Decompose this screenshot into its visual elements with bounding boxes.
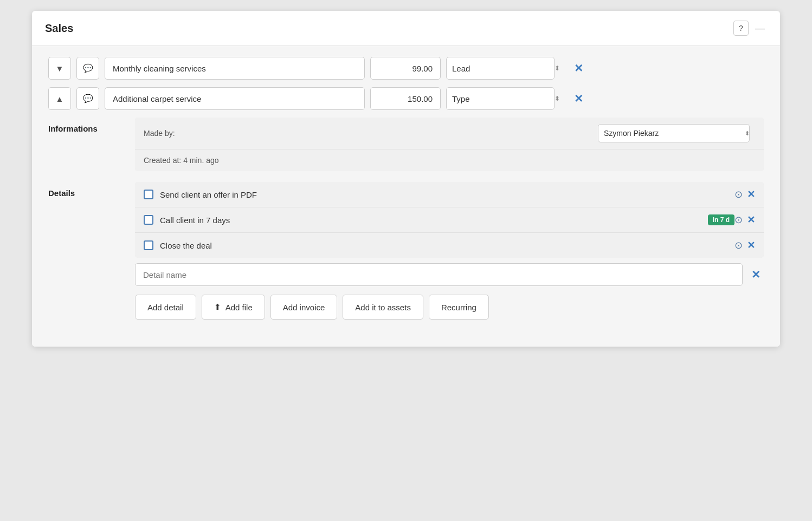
detail-input-close[interactable]: ✕ — [748, 266, 764, 283]
item-type-wrapper-1: Lead Type Other — [446, 57, 565, 80]
detail-item-1: Send client an offer in PDF ⊙ ✕ — [135, 182, 764, 207]
collapse-button-1[interactable]: ▼ — [48, 57, 71, 80]
detail-checkbox-3[interactable] — [144, 240, 153, 250]
detail-item-3: Close the deal ⊙ ✕ — [135, 233, 764, 258]
sales-window: Sales ? — ▼ 💬 Lead Type Other — [32, 11, 780, 347]
detail-text-2: Call client in 7 days — [160, 216, 701, 225]
item-amount-input-2[interactable] — [370, 87, 441, 110]
window-title: Sales — [45, 22, 73, 35]
made-by-wrapper: Szymon Piekarz — [598, 124, 755, 142]
recurring-button[interactable]: Recurring — [429, 295, 489, 320]
detail-remove-3[interactable]: ✕ — [747, 239, 755, 251]
made-by-select[interactable]: Szymon Piekarz — [598, 124, 750, 142]
chevron-down-icon: ▼ — [56, 64, 64, 73]
remove-item-1[interactable]: ✕ — [571, 60, 587, 77]
title-bar-actions: ? — — [733, 21, 767, 36]
detail-remove-1[interactable]: ✕ — [747, 188, 755, 200]
add-detail-button[interactable]: Add detail — [135, 295, 196, 320]
detail-text-3: Close the deal — [160, 241, 734, 250]
chevron-up-icon: ▲ — [56, 94, 64, 103]
detail-remove-2[interactable]: ✕ — [747, 214, 755, 226]
add-file-label: Add file — [225, 303, 253, 312]
details-list: Send client an offer in PDF ⊙ ✕ Call cli… — [135, 182, 764, 258]
details-section: Details Send client an offer in PDF ⊙ ✕ — [48, 182, 764, 320]
detail-actions-1: ⊙ ✕ — [734, 188, 755, 200]
item-type-select-1[interactable]: Lead Type Other — [446, 57, 555, 80]
clock-icon-2[interactable]: ⊙ — [734, 214, 743, 226]
informations-section: Informations Made by: Szymon Piekarz Cre… — [48, 118, 764, 171]
item-amount-input-1[interactable] — [370, 57, 441, 80]
badge-7d: in 7 d — [708, 214, 734, 225]
details-content: Send client an offer in PDF ⊙ ✕ Call cli… — [135, 182, 764, 320]
detail-checkbox-2[interactable] — [144, 215, 153, 225]
item-name-input-2[interactable] — [105, 87, 365, 110]
detail-input-row: ✕ — [135, 263, 764, 286]
comment-icon-2: 💬 — [83, 94, 93, 103]
details-label: Details — [48, 182, 124, 320]
comment-button-2[interactable]: 💬 — [76, 87, 99, 110]
main-content: ▼ 💬 Lead Type Other ✕ ▲ 💬 — [32, 46, 780, 347]
clock-icon-1[interactable]: ⊙ — [734, 188, 743, 200]
collapse-button-2[interactable]: ▲ — [48, 87, 71, 110]
detail-actions-2: ⊙ ✕ — [734, 214, 755, 226]
help-button[interactable]: ? — [733, 21, 749, 36]
clock-icon-3[interactable]: ⊙ — [734, 239, 743, 251]
comment-button-1[interactable]: 💬 — [76, 57, 99, 80]
item-row-1: ▼ 💬 Lead Type Other ✕ — [48, 57, 764, 80]
minimize-button[interactable]: — — [753, 23, 767, 34]
item-type-wrapper-2: Lead Type Other — [446, 87, 565, 110]
add-assets-button[interactable]: Add it to assets — [343, 295, 423, 320]
remove-item-2[interactable]: ✕ — [571, 90, 587, 107]
add-invoice-button[interactable]: Add invoice — [270, 295, 338, 320]
detail-text-1: Send client an offer in PDF — [160, 190, 734, 199]
comment-icon-1: 💬 — [83, 63, 93, 73]
add-file-button[interactable]: ⬆ Add file — [202, 295, 265, 320]
detail-actions-3: ⊙ ✕ — [734, 239, 755, 251]
detail-item-2: Call client in 7 days in 7 d ⊙ ✕ — [135, 207, 764, 233]
created-at-row: Created at: 4 min. ago — [135, 149, 764, 171]
detail-checkbox-1[interactable] — [144, 190, 153, 199]
item-type-select-2[interactable]: Lead Type Other — [446, 87, 555, 110]
informations-content: Made by: Szymon Piekarz Created at: 4 mi… — [135, 118, 764, 171]
created-at-text: Created at: 4 min. ago — [144, 156, 219, 165]
detail-name-input[interactable] — [135, 263, 743, 286]
item-row-2: ▲ 💬 Lead Type Other ✕ — [48, 87, 764, 110]
title-bar: Sales ? — — [32, 11, 780, 46]
upload-icon: ⬆ — [214, 302, 221, 312]
item-name-input-1[interactable] — [105, 57, 365, 80]
made-by-label: Made by: — [144, 129, 175, 138]
bottom-buttons: Add detail ⬆ Add file Add invoice Add it… — [135, 295, 764, 320]
informations-label: Informations — [48, 118, 124, 171]
made-by-row: Made by: Szymon Piekarz — [135, 118, 764, 149]
